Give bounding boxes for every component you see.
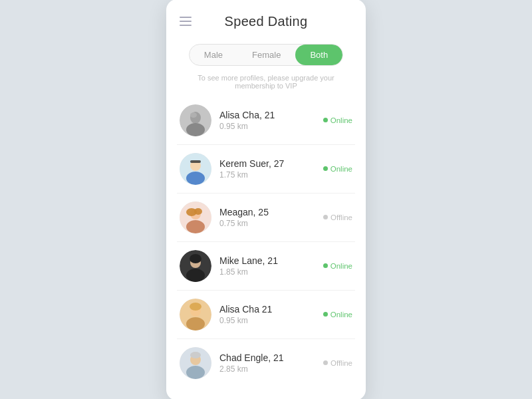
profile-name: Mike Lane, 21 [219, 255, 323, 266]
profile-item[interactable]: Chad Engle, 212.85 kmOffline [177, 339, 355, 387]
status-label: Online [331, 311, 352, 319]
status-badge: Offline [323, 213, 352, 221]
profile-distance: 0.75 km [219, 219, 323, 228]
status-dot-online [323, 166, 328, 171]
page-title: Speed Dating [225, 14, 308, 29]
svg-rect-7 [190, 160, 201, 163]
svg-point-10 [186, 220, 205, 233]
profile-item[interactable]: Alisa Cha, 210.95 kmOnline [177, 96, 355, 145]
status-dot-online [323, 118, 328, 122]
avatar [180, 250, 211, 282]
profile-distance: 1.85 km [219, 267, 323, 277]
upgrade-notice: To see more profiles, please upgrade you… [166, 70, 366, 96]
profile-item[interactable]: Mike Lane, 211.85 kmOnline [177, 242, 355, 291]
svg-point-20 [190, 303, 201, 311]
status-badge: Online [323, 165, 352, 173]
profile-info: Mike Lane, 211.85 km [219, 255, 323, 277]
status-label: Offline [331, 359, 352, 367]
status-badge: Online [323, 116, 352, 124]
profile-info: Alisa Cha, 210.95 km [219, 110, 323, 131]
avatar [180, 299, 211, 331]
profile-name: Alisa Cha 21 [219, 304, 323, 315]
profile-item[interactable]: Alisa Cha 210.95 kmOnline [177, 291, 355, 339]
profile-distance: 2.85 km [219, 364, 323, 374]
menu-icon[interactable] [180, 17, 192, 26]
profile-name: Kerem Suer, 27 [219, 158, 323, 169]
filter-tabs: Male Female Both [166, 39, 366, 70]
status-dot-online [323, 263, 328, 268]
svg-point-12 [194, 208, 202, 215]
status-badge: Online [323, 311, 352, 319]
profile-item[interactable]: Kerem Suer, 271.75 kmOnline [177, 145, 355, 194]
status-label: Online [331, 116, 352, 124]
profile-info: Meagan, 250.75 km [219, 207, 323, 228]
status-label: Offline [331, 213, 352, 221]
svg-point-16 [190, 254, 201, 263]
tab-both[interactable]: Both [295, 45, 342, 65]
phone-card: Speed Dating Male Female Both To see mor… [166, 0, 366, 399]
status-dot-offline [323, 215, 328, 219]
profile-info: Kerem Suer, 271.75 km [219, 158, 323, 180]
avatar [180, 153, 211, 185]
profile-distance: 0.95 km [219, 122, 323, 131]
avatar [180, 347, 211, 379]
svg-point-15 [186, 269, 205, 282]
status-dot-online [323, 312, 328, 317]
profile-name: Meagan, 25 [219, 207, 323, 217]
avatar [180, 201, 211, 233]
status-badge: Offline [323, 359, 352, 367]
status-label: Online [331, 165, 352, 173]
profile-info: Chad Engle, 212.85 km [219, 352, 323, 374]
svg-point-19 [186, 317, 205, 331]
svg-point-24 [190, 352, 201, 358]
profile-name: Alisa Cha, 21 [219, 110, 323, 120]
profile-info: Alisa Cha 210.95 km [219, 304, 323, 325]
profile-distance: 0.95 km [219, 316, 323, 325]
svg-point-6 [186, 172, 205, 185]
profile-list: Alisa Cha, 210.95 kmOnline Kerem Suer, 2… [166, 96, 366, 387]
svg-point-3 [190, 112, 197, 118]
avatar [180, 104, 211, 136]
status-badge: Online [323, 262, 352, 270]
svg-point-2 [186, 123, 205, 136]
svg-point-23 [186, 366, 205, 379]
tab-group: Male Female Both [189, 44, 343, 66]
profile-name: Chad Engle, 21 [219, 352, 323, 363]
status-label: Online [331, 262, 352, 270]
profile-item[interactable]: Meagan, 250.75 kmOffline [177, 194, 355, 242]
status-dot-offline [323, 360, 328, 365]
tab-male[interactable]: Male [190, 45, 237, 65]
app-header: Speed Dating [166, 0, 366, 39]
tab-female[interactable]: Female [237, 45, 295, 65]
profile-distance: 1.75 km [219, 170, 323, 180]
